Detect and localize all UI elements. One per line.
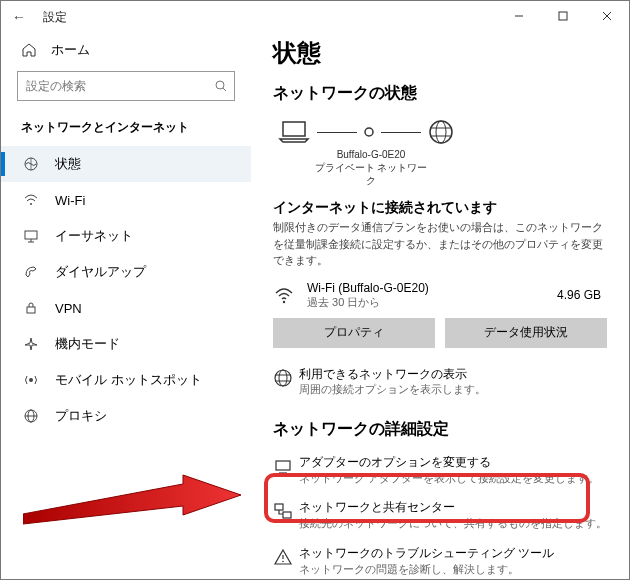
sidebar-item-ethernet[interactable]: イーサネット [1,218,251,254]
link-title: ネットワークのトラブルシューティング ツール [299,545,554,562]
globe-icon [273,366,299,388]
sidebar-item-label: 機内モード [55,335,120,353]
link-title: アダプターのオプションを変更する [299,454,599,471]
vpn-icon [21,300,41,316]
link-subtitle: 接続先のネットワークについて、共有するものを指定します。 [299,516,607,531]
sidebar-home-label: ホーム [51,41,90,59]
svg-rect-30 [275,504,283,510]
svg-point-23 [283,301,285,303]
svg-line-5 [223,88,226,91]
ethernet-icon [21,228,41,244]
troubleshoot-link[interactable]: ネットワークのトラブルシューティング ツール ネットワークの問題を診断し、解決し… [273,545,607,576]
svg-point-18 [365,128,373,136]
svg-rect-9 [25,231,37,239]
data-usage-button[interactable]: データ使用状況 [445,318,607,348]
status-icon [21,156,41,172]
section-advanced-settings: ネットワークの詳細設定 [273,419,607,440]
sidebar-item-label: Wi-Fi [55,193,85,208]
diagram-line [381,132,421,133]
link-subtitle: ネットワークの問題を診断し、解決します。 [299,562,554,577]
svg-point-13 [29,378,33,382]
hotspot-icon [21,372,41,388]
maximize-button[interactable] [541,1,585,31]
sidebar-item-dialup[interactable]: ダイヤルアップ [1,254,251,290]
link-title: ネットワークと共有センター [299,499,607,516]
svg-point-20 [436,121,446,143]
sidebar-item-label: プロキシ [55,407,107,425]
svg-point-19 [430,121,452,143]
sharing-center-link[interactable]: ネットワークと共有センター 接続先のネットワークについて、共有するものを指定しま… [273,499,607,530]
svg-point-25 [279,370,287,386]
svg-point-33 [282,561,284,563]
adapter-options-link[interactable]: アダプターのオプションを変更する ネットワーク アダプターを表示して接続設定を変… [273,454,607,485]
section-network-status: ネットワークの状態 [273,83,607,104]
svg-rect-31 [283,512,291,518]
router-dot-icon [363,126,375,138]
sidebar-item-status[interactable]: 状態 [1,146,251,182]
minimize-button[interactable] [497,1,541,31]
close-button[interactable] [585,1,629,31]
properties-button[interactable]: プロパティ [273,318,435,348]
search-icon [214,79,228,93]
home-icon [21,42,41,58]
diagram-line [317,132,357,133]
svg-rect-17 [283,122,305,136]
adapter-icon [273,454,299,476]
connected-heading: インターネットに接続されています [273,199,607,217]
search-placeholder: 設定の検索 [26,78,86,95]
svg-point-24 [275,370,291,386]
dialup-icon [21,264,41,280]
wifi-usage: 4.96 GB [557,288,601,302]
svg-point-4 [216,81,224,89]
search-input[interactable]: 設定の検索 [17,71,235,101]
wifi-since: 過去 30 日から [307,295,557,310]
globe-icon [427,118,455,146]
svg-point-8 [30,203,32,205]
proxy-icon [21,408,41,424]
sidebar-item-vpn[interactable]: VPN [1,290,251,326]
laptop-icon [277,119,311,145]
airplane-icon [21,336,41,352]
svg-rect-28 [276,461,290,470]
svg-rect-1 [559,12,567,20]
network-diagram [273,114,607,148]
svg-rect-12 [27,307,35,313]
window-title: 設定 [43,9,67,26]
show-networks-link[interactable]: 利用できるネットワークの表示 周囲の接続オプションを表示します。 [273,366,607,397]
sidebar-item-label: ダイヤルアップ [55,263,146,281]
sidebar-category: ネットワークとインターネット [1,111,251,146]
sidebar-item-hotspot[interactable]: モバイル ホットスポット [1,362,251,398]
warning-icon [273,545,299,567]
wifi-name: Wi-Fi (Buffalo-G-0E20) [307,281,557,295]
sidebar-item-airplane[interactable]: 機内モード [1,326,251,362]
sidebar-item-label: モバイル ホットスポット [55,371,202,389]
connected-description: 制限付きのデータ通信プランをお使いの場合は、このネットワークを従量制課金接続に設… [273,219,607,269]
sidebar-item-label: イーサネット [55,227,133,245]
sidebar-item-label: 状態 [55,155,81,173]
link-subtitle: ネットワーク アダプターを表示して接続設定を変更します。 [299,471,599,486]
diagram-network-kind: プライベート ネットワーク [311,161,431,187]
wifi-icon [21,192,41,208]
link-subtitle: 周囲の接続オプションを表示します。 [299,382,486,397]
wifi-usage-row: Wi-Fi (Buffalo-G-0E20) 過去 30 日から 4.96 GB [273,281,607,310]
sharing-icon [273,499,299,521]
link-title: 利用できるネットワークの表示 [299,366,486,383]
sidebar-item-proxy[interactable]: プロキシ [1,398,251,434]
sidebar-item-wifi[interactable]: Wi-Fi [1,182,251,218]
sidebar-item-label: VPN [55,301,82,316]
sidebar-home[interactable]: ホーム [1,33,251,67]
diagram-router-name: Buffalo-G-0E20 [311,148,431,161]
back-button[interactable]: ← [9,9,29,25]
page-title: 状態 [273,37,607,69]
wifi-icon [273,284,295,306]
